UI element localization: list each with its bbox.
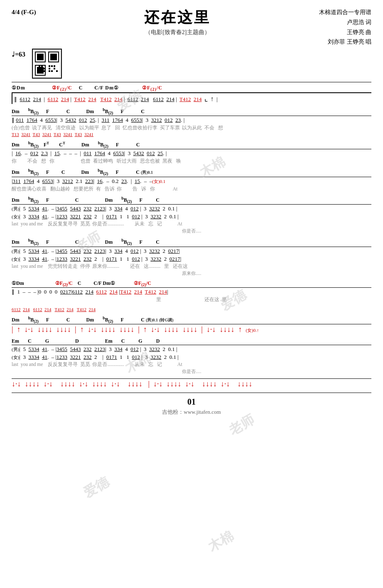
divider-2 [12, 393, 371, 393]
row10-chords: Em C G D Em C G D [12, 338, 371, 344]
row2-lyrics: (合)也曾 说了再见 清空痕迹 以为能平 息了 回 忆也曾收拾行李 买了车票 以… [12, 124, 371, 131]
row6-lyrics: last you and me 兜兜转转走走 停停 原来你.......... … [12, 263, 371, 270]
row10-notes-f: (女)| 3 3334 41. – |1233 3221 232 2 | 017… [12, 353, 371, 361]
brand-label: 木棉道四合一专用谱 [319, 7, 371, 17]
row7-notes: ‖ 1 – – – |0 0 0 0 0217|6112 214 6112 21… [12, 287, 371, 296]
row5-lyrics2: 你是否..... [12, 227, 371, 235]
row-5: Dm bB(2) F C Dm bB(2) F C (男)| 5 5334 41… [12, 196, 371, 235]
svg-rect-12 [49, 70, 50, 72]
row5-lyrics: last you and me 反反复复寻寻 觅觅 你是否...........… [12, 220, 371, 227]
tempo-qr-row: ♩=63 [12, 49, 371, 79]
row-3: Dm bB(2) FT CT Dm bB(2) F C | 16. – 012 … [12, 141, 371, 165]
tempo-label: ♩=63 [12, 50, 25, 58]
tempo-area: ♩=63 [12, 49, 25, 58]
svg-rect-7 [49, 65, 50, 67]
key-time-label: 4/4 (F-G) [12, 7, 36, 17]
row7-lyrics: 里 还在这 里 [12, 296, 371, 303]
row-8: 6112 214 6112 214 T412 214 T412 214 [12, 306, 371, 312]
row2-guitar: T13 3241 T43 3241 T43 3241 T43 3241 [12, 131, 371, 137]
qr-code [32, 49, 62, 79]
credit-1: 卢思浩 词 [319, 17, 371, 27]
svg-rect-2 [37, 54, 44, 60]
row-7: ①Dm ②F(2)/C C C/F Dm① ②F(2)/C ‖ 1 – – – … [12, 280, 371, 303]
header: 4/4 (F-G) 还在这里 （电影[致青春2]主题曲） 木棉道四合一专用谱 卢… [12, 7, 371, 47]
row10-lyrics2: 你是否..... [12, 368, 371, 375]
row-2: Dm bB(2) F C Dm bB(2) F C ‖ 011 1764 4 6… [12, 107, 371, 137]
svg-rect-13 [51, 70, 53, 72]
row10-notes-m: (男)| 5 5334 41. – |3455 5443 232 2123| 3… [12, 345, 371, 353]
row5-chords: Dm bB(2) F C Dm bB(2) F C [12, 196, 371, 204]
row2-notes: ‖ 011 1764 4 6553| 3 5432 012 25. | 311 … [12, 116, 371, 124]
svg-rect-18 [44, 68, 45, 69]
row3-lyrics: 你 不会 想 你 也曾 看过蝉鸣 听过大雨 思念也被 黑夜 唤 [12, 158, 371, 165]
svg-rect-8 [51, 65, 53, 67]
svg-rect-20 [44, 70, 45, 72]
row-9: Dm bB(2) F C Dm bB(2) F C (男)0.1 (转G调) |… [12, 316, 371, 335]
watermark-7: 爱德 [80, 473, 112, 502]
svg-rect-17 [39, 68, 40, 69]
row10-lyrics: last you and me 反反复复寻寻 觅觅 你是否...........… [12, 361, 371, 368]
credit-3: 刘亦菲 王铮亮 唱 [319, 37, 371, 47]
header-center: 还在这里 （电影[致青春2]主题曲） [36, 7, 319, 36]
row-4: Dm bB(2) F C Dm bB(2) F C (男)0.1 |311 17… [12, 168, 371, 192]
row2-chords: Dm bB(2) F C Dm bB(2) F C [12, 107, 371, 115]
page: 爱德 木棉 老师 爱德 木棉 老师 爱德 木棉 4/4 (F-G) 还在这里 （… [0, 0, 383, 588]
row6-lyrics2: 原来你..... [12, 270, 371, 277]
row6-notes-m: (男)| 5 5334 41. – |3455 5443 232 2123| 3… [12, 247, 371, 255]
row8-guitar-chords: 6112 214 6112 214 T412 214 T412 214 [12, 306, 371, 312]
header-right: 木棉道四合一专用谱 卢思浩 词 王铮亮 曲 刘亦菲 王铮亮 唱 [319, 7, 371, 47]
row9-strum: | ↑ ↓·↓ ↓↓↓↓ ↓↓↓↓ | ↑ ↓·↓ ↓↓↓↓ ↓↓↓↓ | ↑ … [12, 324, 371, 335]
svg-rect-15 [39, 65, 40, 67]
row4-chords: Dm bB(2) F C Dm bB(2) F C (男)0.1 [12, 168, 371, 176]
song-title: 还在这里 [36, 7, 319, 28]
row5-notes-m: (男)| 5 5334 41. – |3455 5443 232 2123| 3… [12, 204, 371, 213]
row5-notes-f: (女)| 3 3334 41. – |1233 3221 232 2 | 017… [12, 213, 371, 220]
row-6: Dm bB(2) F C Dm bB(2) F C (男)| 5 5334 41… [12, 238, 371, 277]
svg-rect-10 [49, 68, 50, 69]
intro-chords: ①Dm ②F(2)/C C C/F Dm① ②F(2)/C [12, 85, 371, 91]
page-number: 01 [12, 397, 371, 407]
row7-chords: ①Dm ②F(2)/C C C/F Dm① ②F(2)/C [12, 280, 371, 287]
svg-rect-9 [54, 65, 55, 67]
row3-chords: Dm bB(2) FT CT Dm bB(2) F C [12, 141, 371, 148]
intro-notes: ‖ 6112 214 | 6112 214 | T412 214 T412 21… [12, 92, 371, 104]
svg-rect-16 [41, 65, 43, 67]
music-content: ①Dm ②F(2)/C C C/F Dm① ②F(2)/C ‖ 6112 214… [12, 85, 371, 389]
row4-lyrics: 醒也曾满心欢喜 翻山越岭 想要把所 有 告诉 你 告 诉 你 At [12, 185, 371, 193]
row3-notes: | 16. – 012 2.3 | 15. – – – | 011 1764 4… [12, 149, 371, 158]
credit-2: 王铮亮 曲 [319, 27, 371, 37]
svg-rect-19 [41, 70, 43, 72]
svg-rect-11 [54, 68, 55, 69]
row-11: ↓·↓ ↓↓↓↓ ↓·↓ ↓↓↓↓ ↓·↓ ↓↓↓↓ ↓·↓ ↓↓↓↓ | ↓·… [12, 378, 371, 389]
row-intro: ①Dm ②F(2)/C C C/F Dm① ②F(2)/C ‖ 6112 214… [12, 85, 371, 104]
footer: 01 吉他粉：www.jitafen.com [12, 397, 371, 416]
svg-rect-14 [56, 70, 58, 72]
row6-notes-f: (女)| 3 3334 41. – |1233 3221 232 2 | 017… [12, 255, 371, 263]
header-left: 4/4 (F-G) [12, 7, 36, 17]
row-10: Em C G D Em C G D (男)| 5 5334 41. – [12, 338, 371, 375]
row9-chords: Dm bB(2) F C Dm bB(2) F C (男)0.1 (转G调) [12, 316, 371, 324]
row4-notes: |311 1764 4 6553| 3 3212 2.1 223| 16. – … [12, 177, 371, 185]
row11-strum: ↓·↓ ↓↓↓↓ ↓·↓ ↓↓↓↓ ↓·↓ ↓↓↓↓ ↓·↓ ↓↓↓↓ | ↓·… [12, 378, 371, 389]
row6-chords: Dm bB(2) F C Dm bB(2) F C [12, 238, 371, 246]
song-subtitle: （电影[致青春2]主题曲） [36, 29, 319, 36]
watermark-8: 木棉 [205, 527, 237, 556]
website-label: 吉他粉：www.jitafen.com [162, 409, 221, 415]
divider-1 [12, 82, 371, 82]
svg-rect-4 [50, 54, 57, 60]
